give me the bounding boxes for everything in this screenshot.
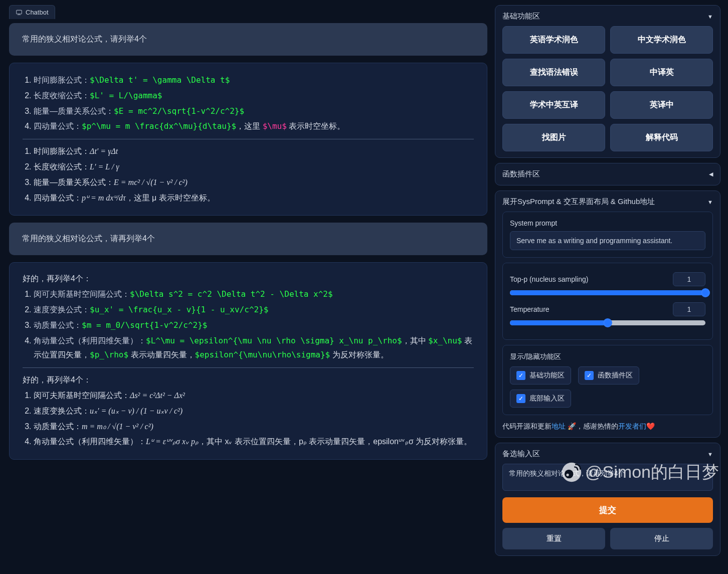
chevron-down-icon: ▼	[707, 199, 713, 205]
fn-btn-grammar-check[interactable]: 查找语法错误	[502, 59, 605, 86]
check-icon: ✓	[516, 371, 525, 380]
toggle-areas-label: 显示/隐藏功能区	[510, 352, 705, 361]
checkbox-basic-area[interactable]: ✓基础功能区	[510, 366, 571, 385]
check-icon: ✓	[516, 394, 525, 403]
user-message: 常用的狭义相对论公式，请列举4个	[9, 23, 487, 56]
chat-icon	[16, 9, 23, 16]
system-prompt-input[interactable]	[510, 231, 705, 250]
fn-btn-academic-translate[interactable]: 学术中英互译	[502, 91, 605, 119]
submit-button[interactable]: 提交	[502, 497, 713, 523]
panel-sysprompt: 展开SysPrompt & 交互界面布局 & Github地址 ▼ System…	[495, 190, 720, 438]
alt-input-textarea[interactable]: 常用的狭义相对论公式，请再列举4个	[502, 464, 713, 491]
panel-plugins-header[interactable]: 函数插件区 ◀	[502, 169, 713, 179]
temperature-value[interactable]	[673, 302, 705, 316]
fn-btn-english-polish[interactable]: 英语学术润色	[502, 26, 605, 54]
check-icon: ✓	[585, 371, 594, 380]
checkbox-plugin-area[interactable]: ✓函数插件区	[578, 366, 639, 385]
top-p-value[interactable]	[673, 272, 705, 286]
fn-btn-find-image[interactable]: 找图片	[502, 124, 605, 151]
link-developers[interactable]: 开发者们	[618, 422, 646, 430]
footer-text: 代码开源和更新地址 🚀，感谢热情的开发者们❤️	[502, 422, 713, 431]
bot-message: 好的，再列举4个： 闵可夫斯基时空间隔公式：$\Delta s^2 = c^2 …	[9, 262, 487, 460]
chevron-left-icon: ◀	[709, 171, 713, 177]
bot-message: 时间膨胀公式：$\Delta t' = \gamma \Delta t$ 长度收…	[9, 63, 487, 216]
chevron-down-icon: ▼	[707, 14, 713, 20]
top-p-slider[interactable]	[510, 290, 705, 295]
panel-basic-header[interactable]: 基础功能区 ▼	[502, 12, 713, 21]
reset-button[interactable]: 重置	[502, 528, 605, 549]
user-message: 常用的狭义相对论公式，请再列举4个	[9, 223, 487, 255]
fn-btn-explain-code[interactable]: 解释代码	[610, 124, 713, 151]
panel-sysprompt-header[interactable]: 展开SysPrompt & 交互界面布局 & Github地址 ▼	[502, 197, 713, 207]
panel-plugins: 函数插件区 ◀	[495, 163, 720, 185]
tab-chatbot[interactable]: Chatbot	[9, 5, 55, 19]
fn-btn-zh-to-en[interactable]: 中译英	[610, 59, 713, 86]
checkbox-bottom-input[interactable]: ✓底部输入区	[510, 390, 571, 408]
stop-button[interactable]: 停止	[610, 528, 713, 549]
tab-label: Chatbot	[26, 9, 49, 16]
chevron-down-icon: ▼	[707, 451, 713, 457]
link-source-address[interactable]: 地址	[552, 422, 566, 430]
panel-alt-input-header[interactable]: 备选输入区 ▼	[502, 449, 713, 459]
system-prompt-label: System prompt	[510, 219, 705, 227]
top-p-label: Top-p (nucleus sampling)	[510, 275, 666, 283]
panel-basic: 基础功能区 ▼ 英语学术润色 中文学术润色 查找语法错误 中译英 学术中英互译 …	[495, 5, 720, 158]
chat-area: 常用的狭义相对论公式，请列举4个 时间膨胀公式：$\Delta t' = \ga…	[9, 23, 487, 569]
temperature-slider[interactable]	[510, 320, 705, 325]
panel-alt-input: 备选输入区 ▼ 常用的狭义相对论公式，请再列举4个 提交 重置 停止	[495, 443, 720, 556]
fn-btn-en-to-zh[interactable]: 英译中	[610, 91, 713, 119]
fn-btn-chinese-polish[interactable]: 中文学术润色	[610, 26, 713, 54]
temperature-label: Temperature	[510, 305, 666, 313]
svg-rect-0	[17, 10, 22, 14]
